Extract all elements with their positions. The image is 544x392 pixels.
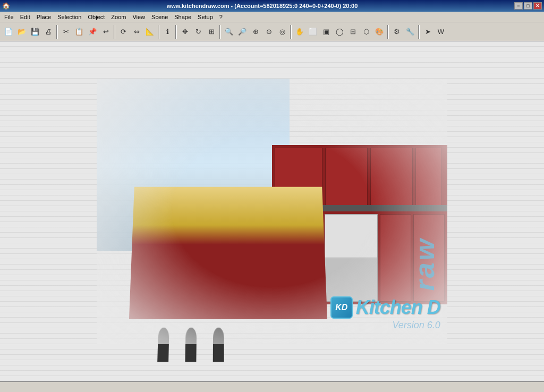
toolbar-icon-tools2: 🔧	[406, 28, 414, 35]
menu-item-edit[interactable]: Edit	[17, 13, 33, 21]
window-controls: − □ ✕	[514, 2, 542, 10]
toolbar-btn-tools2[interactable]: 🔧	[404, 25, 416, 38]
menu-item-place[interactable]: Place	[33, 13, 55, 21]
version-text: Version 6.0	[330, 320, 440, 331]
title-bar: 🏠 www.kitchendraw.com - (Account=5820189…	[0, 0, 544, 12]
title-text: www.kitchendraw.com - (Account=582018925…	[167, 3, 358, 9]
kitchen-island	[129, 187, 327, 319]
toolbar-btn-align[interactable]: ⊞	[205, 25, 218, 38]
toolbar-icon-zoom-fit: ⊕	[253, 28, 259, 35]
toolbar-btn-measure[interactable]: 📐	[143, 25, 156, 38]
toolbar-icon-copy: 📋	[75, 28, 83, 35]
toolbar-icon-align: ⊞	[209, 28, 215, 35]
toolbar-icon-move: ✥	[182, 28, 188, 35]
toolbar-separator-2	[114, 25, 115, 39]
toolbar-btn-snap[interactable]: ⊟	[346, 25, 359, 38]
kd-logo-box: KD Kitchen D	[330, 296, 440, 319]
toolbar-icon-render: 🎨	[375, 28, 384, 35]
toolbar-btn-circle[interactable]: ◯	[333, 25, 346, 38]
toolbar-icon-rotate: ⟳	[121, 28, 126, 35]
menu-item-view[interactable]: View	[129, 13, 148, 21]
toolbar-icon-open: 📂	[18, 28, 26, 35]
kd-icon: KD	[330, 296, 353, 319]
toolbar-icon-3d: ⬡	[363, 28, 369, 35]
toolbar-icon-print: 🖨	[45, 28, 52, 35]
toolbar-separator-5	[219, 25, 221, 39]
toolbar-btn-rect[interactable]: ⬜	[307, 25, 319, 38]
menu-item-object[interactable]: Object	[85, 13, 108, 21]
toolbar-icon-measure: 📐	[146, 28, 154, 35]
toolbar-btn-zoom-out[interactable]: 🔎	[236, 25, 249, 38]
toolbar-icon-tools1: ⚙	[394, 28, 400, 35]
toolbar-icon-pan: ✋	[295, 28, 304, 35]
menu-item-scene[interactable]: Scene	[148, 13, 171, 21]
toolbar-icon-rect: ⬜	[309, 28, 317, 35]
toolbar-btn-zoom-in[interactable]: 🔍	[223, 25, 235, 38]
app-name: Kitchen D	[356, 296, 440, 319]
toolbar-btn-arrow[interactable]: ➤	[421, 25, 434, 38]
toolbar-btn-mirror[interactable]: ⇔	[130, 25, 143, 38]
toolbar-btn-info[interactable]: ℹ	[161, 25, 174, 38]
toolbar-btn-print[interactable]: 🖨	[42, 25, 55, 38]
kitchen-render: KD Kitchen D Version 6.0 raw	[97, 79, 447, 344]
minimize-button[interactable]: −	[514, 2, 523, 10]
main-canvas[interactable]: KD Kitchen D Version 6.0 raw	[0, 41, 544, 381]
toolbar-btn-text[interactable]: W	[435, 25, 447, 38]
toolbar-separator-8	[418, 25, 420, 39]
toolbar-icon-text: W	[438, 28, 444, 35]
toolbar-separator-3	[158, 25, 159, 39]
toolbar-icon-zoom-all: ⊙	[266, 28, 272, 35]
toolbar-icon-snap: ⊟	[350, 28, 356, 35]
maximize-button[interactable]: □	[524, 2, 532, 10]
menu-item-file[interactable]: File	[1, 13, 17, 21]
menu-item-zoom[interactable]: Zoom	[108, 13, 129, 21]
toolbar-separator-1	[56, 25, 58, 39]
toolbar-btn-rotate2[interactable]: ↻	[192, 25, 205, 38]
toolbar-icon-undo: ↩	[103, 28, 109, 35]
toolbar-icon-circle: ◯	[336, 28, 344, 35]
toolbar-separator-4	[175, 25, 177, 39]
toolbar-btn-undo[interactable]: ↩	[99, 25, 112, 38]
toolbar-btn-cut[interactable]: ✂	[60, 25, 72, 38]
toolbar-separator-6	[290, 25, 292, 39]
close-button[interactable]: ✕	[533, 2, 542, 10]
toolbar-btn-move[interactable]: ✥	[178, 25, 191, 38]
menu-bar: FileEditPlaceSelectionObjectZoomViewScen…	[0, 12, 544, 22]
toolbar-btn-new[interactable]: 📄	[2, 25, 15, 38]
toolbar-btn-paste[interactable]: 📌	[86, 25, 99, 38]
app-icon: 🏠	[2, 2, 10, 10]
toolbar-icon-save: 💾	[31, 28, 39, 35]
toolbar-icon-paste: 📌	[88, 28, 97, 35]
toolbar-btn-render[interactable]: 🎨	[373, 25, 386, 38]
toolbar-icon-new: 📄	[4, 28, 13, 35]
toolbar-icon-mirror: ⇔	[134, 28, 140, 35]
toolbar-btn-zoom-fit[interactable]: ⊕	[249, 25, 262, 38]
toolbar-btn-box[interactable]: ▣	[320, 25, 333, 38]
toolbar-btn-zoom-sel[interactable]: ◎	[276, 25, 288, 38]
menu-item-help[interactable]: ?	[216, 13, 226, 21]
menu-item-shape[interactable]: Shape	[171, 13, 194, 21]
toolbar-icon-arrow: ➤	[425, 28, 431, 35]
toolbar-btn-pan[interactable]: ✋	[293, 25, 306, 38]
toolbar-icon-rotate2: ↻	[196, 28, 201, 35]
toolbar-btn-tools1[interactable]: ⚙	[390, 25, 403, 38]
toolbar-icon-zoom-out: 🔎	[238, 28, 246, 35]
status-bar	[0, 381, 544, 392]
toolbar-btn-save[interactable]: 💾	[29, 25, 41, 38]
toolbar-icon-box: ▣	[323, 28, 329, 35]
toolbar-icon-cut: ✂	[63, 28, 69, 35]
toolbar-btn-3d[interactable]: ⬡	[360, 25, 372, 38]
menu-item-setup[interactable]: Setup	[194, 13, 216, 21]
logo-area: KD Kitchen D Version 6.0	[330, 296, 440, 331]
splash-container: KD Kitchen D Version 6.0 raw	[97, 79, 447, 344]
draw-text: raw	[409, 237, 440, 291]
toolbar-icon-info: ℹ	[166, 28, 169, 35]
toolbar-icon-zoom-in: 🔍	[225, 28, 233, 35]
menu-item-selection[interactable]: Selection	[54, 13, 84, 21]
toolbar-separator-7	[387, 25, 389, 39]
toolbar-btn-zoom-all[interactable]: ⊙	[262, 25, 275, 38]
toolbar-btn-copy[interactable]: 📋	[73, 25, 86, 38]
toolbar: 📄📂💾🖨✂📋📌↩⟳⇔📐ℹ✥↻⊞🔍🔎⊕⊙◎✋⬜▣◯⊟⬡🎨⚙🔧➤W	[0, 22, 544, 41]
toolbar-btn-open[interactable]: 📂	[15, 25, 28, 38]
toolbar-btn-rotate[interactable]: ⟳	[117, 25, 130, 38]
